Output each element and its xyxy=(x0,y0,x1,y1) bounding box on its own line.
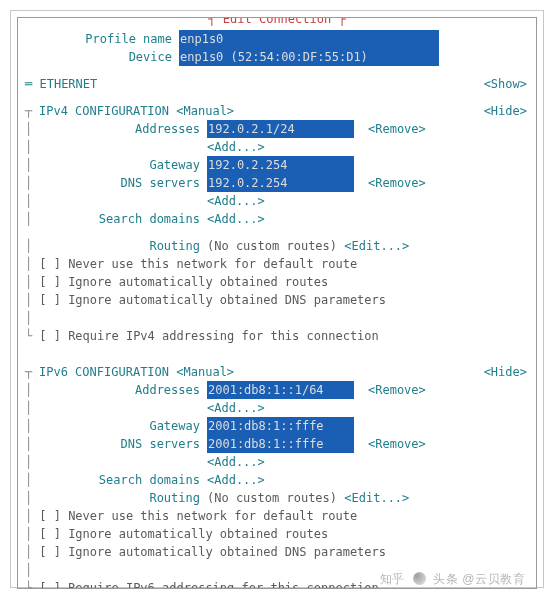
ipv6-mode[interactable]: <Manual> xyxy=(176,363,234,381)
field-ipv6-gateway[interactable]: 2001:db8:1::fffe xyxy=(207,417,354,435)
title-bar: ┤ Edit Connection ├ xyxy=(18,17,536,35)
row-ipv4-dns: │ DNS servers 192.0.2.254 <Remove> xyxy=(25,174,529,192)
row-ipv4-cb2: │ [ ] Ignore automatically obtained rout… xyxy=(25,273,529,291)
ipv4-address-remove[interactable]: <Remove> xyxy=(368,120,426,138)
section-ipv6-header: ┬ IPv6 CONFIGURATION <Manual> <Hide> xyxy=(25,363,529,381)
checkbox-ipv4-ignore-routes[interactable]: [ ] xyxy=(32,273,68,291)
row-ipv4-addresses-add: │ <Add...> xyxy=(25,138,529,156)
ipv4-dns-remove[interactable]: <Remove> xyxy=(368,174,426,192)
ipv6-dns-remove[interactable]: <Remove> xyxy=(368,435,426,453)
ipv6-routing-value: (No custom routes) xyxy=(207,489,337,507)
ethernet-header: ETHERNET xyxy=(39,75,97,93)
checkbox-ipv6-ignore-routes[interactable]: [ ] xyxy=(32,525,68,543)
ipv4-header: IPv4 CONFIGURATION xyxy=(39,102,169,120)
field-device[interactable]: enp1s0 (52:54:00:DF:55:D1) xyxy=(179,48,439,66)
field-ipv6-address[interactable]: 2001:db8:1::1/64 xyxy=(207,381,354,399)
row-ipv6-addresses-add: │ <Add...> xyxy=(25,399,529,417)
label-dns: DNS servers xyxy=(32,435,200,453)
label-routing: Routing xyxy=(32,237,200,255)
checkbox-ipv6-no-default-route[interactable]: [ ] xyxy=(32,507,68,525)
section-ethernet: ═ ETHERNET <Show> xyxy=(25,75,529,93)
label-dns: DNS servers xyxy=(32,174,200,192)
ipv4-dns-add[interactable]: <Add...> xyxy=(207,192,265,210)
ipv6-address-add[interactable]: <Add...> xyxy=(207,399,265,417)
row-ipv6-gateway: │ Gateway 2001:db8:1::fffe xyxy=(25,417,529,435)
checkbox-ipv4-no-default-route[interactable]: [ ] xyxy=(32,255,68,273)
row-ipv6-cb2: │ [ ] Ignore automatically obtained rout… xyxy=(25,525,529,543)
label-addresses: Addresses xyxy=(32,120,200,138)
ipv4-routing-edit[interactable]: <Edit...> xyxy=(344,237,409,255)
checkbox-ipv6-ignore-dns[interactable]: [ ] xyxy=(32,543,68,561)
ipv6-dns-add[interactable]: <Add...> xyxy=(207,453,265,471)
window-title: ┤ Edit Connection ├ xyxy=(204,17,349,28)
ipv6-address-remove[interactable]: <Remove> xyxy=(368,381,426,399)
section-ipv4-header: ┬ IPv4 CONFIGURATION <Manual> <Hide> xyxy=(25,102,529,120)
inner-box: ┤ Edit Connection ├ Profile name enp1s0 … xyxy=(17,17,537,589)
row-ipv6-require: └ [ ] Require IPv6 addressing for this c… xyxy=(25,579,529,589)
label-gateway: Gateway xyxy=(32,156,200,174)
label-search-domains: Search domains xyxy=(32,471,200,489)
tree-bar-icon: ┬ xyxy=(25,363,32,381)
ipv6-header: IPv6 CONFIGURATION xyxy=(39,363,169,381)
ethernet-show-toggle[interactable]: <Show> xyxy=(484,75,529,93)
checkbox-ipv4-ignore-dns[interactable]: [ ] xyxy=(32,291,68,309)
row-ipv4-addresses: │ Addresses 192.0.2.1/24 <Remove> xyxy=(25,120,529,138)
row-ipv4-spacer: │ xyxy=(25,309,529,327)
row-ipv6-spacer: │ xyxy=(25,561,529,579)
label-addresses: Addresses xyxy=(32,381,200,399)
row-ipv6-dns: │ DNS servers 2001:db8:1::fffe <Remove> xyxy=(25,435,529,453)
ipv6-hide-toggle[interactable]: <Hide> xyxy=(484,363,529,381)
row-ipv4-dns-add: │ <Add...> xyxy=(25,192,529,210)
ipv4-search-add[interactable]: <Add...> xyxy=(207,210,265,228)
row-device: Device enp1s0 (52:54:00:DF:55:D1) xyxy=(25,48,529,66)
row-ipv6-dns-add: │ <Add...> xyxy=(25,453,529,471)
row-ipv4-routing: │ Routing (No custom routes) <Edit...> xyxy=(25,237,529,255)
checkbox-ipv4-require[interactable]: [ ] xyxy=(32,327,68,345)
window-frame: ┤ Edit Connection ├ Profile name enp1s0 … xyxy=(10,10,544,588)
label-gateway: Gateway xyxy=(32,417,200,435)
field-ipv4-address[interactable]: 192.0.2.1/24 xyxy=(207,120,354,138)
row-ipv6-search: │ Search domains <Add...> xyxy=(25,471,529,489)
row-ipv6-cb1: │ [ ] Never use this network for default… xyxy=(25,507,529,525)
row-ipv6-cb3: │ [ ] Ignore automatically obtained DNS … xyxy=(25,543,529,561)
field-ipv4-gateway[interactable]: 192.0.2.254 xyxy=(207,156,354,174)
label-routing: Routing xyxy=(32,489,200,507)
ipv4-routing-value: (No custom routes) xyxy=(207,237,337,255)
checkbox-ipv6-require[interactable]: [ ] xyxy=(32,579,68,589)
row-ipv6-addresses: │ Addresses 2001:db8:1::1/64 <Remove> xyxy=(25,381,529,399)
label-search-domains: Search domains xyxy=(32,210,200,228)
row-ipv4-require: └ [ ] Require IPv4 addressing for this c… xyxy=(25,327,529,345)
ipv4-hide-toggle[interactable]: <Hide> xyxy=(484,102,529,120)
field-ipv4-dns[interactable]: 192.0.2.254 xyxy=(207,174,354,192)
ipv6-routing-edit[interactable]: <Edit...> xyxy=(344,489,409,507)
row-ipv4-search: │ Search domains <Add...> xyxy=(25,210,529,228)
tree-bar-icon: ┬ xyxy=(25,102,32,120)
label-device: Device xyxy=(25,48,172,66)
ipv4-mode[interactable]: <Manual> xyxy=(176,102,234,120)
row-ipv4-gateway: │ Gateway 192.0.2.254 xyxy=(25,156,529,174)
row-ipv4-cb3: │ [ ] Ignore automatically obtained DNS … xyxy=(25,291,529,309)
ipv4-address-add[interactable]: <Add...> xyxy=(207,138,265,156)
row-ipv6-routing: │ Routing (No custom routes) <Edit...> xyxy=(25,489,529,507)
field-ipv6-dns[interactable]: 2001:db8:1::fffe xyxy=(207,435,354,453)
collapse-icon[interactable]: ═ xyxy=(25,75,39,93)
ipv6-search-add[interactable]: <Add...> xyxy=(207,471,265,489)
row-ipv4-cb1: │ [ ] Never use this network for default… xyxy=(25,255,529,273)
